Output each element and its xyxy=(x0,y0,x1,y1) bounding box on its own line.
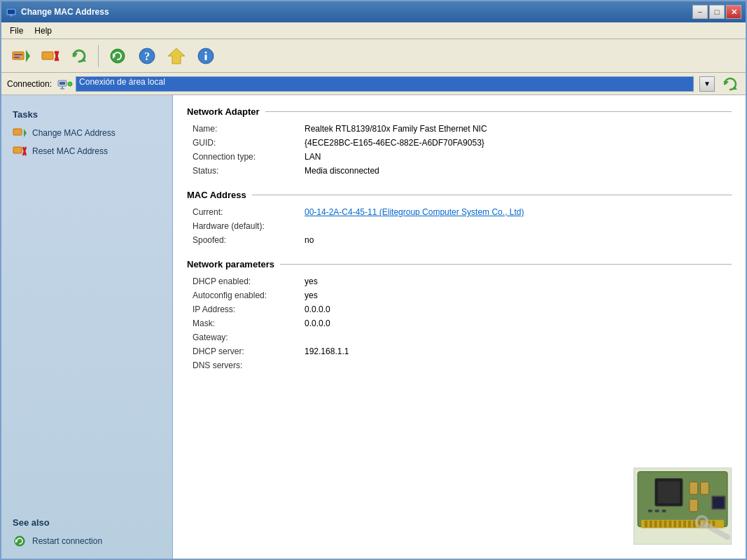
ip-address-row: IP Address: 0.0.0.0 xyxy=(187,304,732,314)
svg-rect-42 xyxy=(673,521,676,528)
toolbar-change-mac-button[interactable] xyxy=(7,43,34,69)
mac-current-label: Current: xyxy=(193,207,305,217)
gateway-row: Gateway: xyxy=(187,332,732,342)
svg-rect-45 xyxy=(688,521,691,528)
network-parameters-section: Network parameters DHCP enabled: yes Aut… xyxy=(187,259,732,370)
mac-hardware-row: Hardware (default): xyxy=(187,221,732,231)
svg-rect-29 xyxy=(13,147,22,153)
toolbar-restart-button[interactable] xyxy=(104,43,131,69)
menu-bar: File Help xyxy=(1,22,746,39)
network-parameters-header: Network parameters xyxy=(187,259,732,270)
adapter-connection-type-value: LAN xyxy=(305,152,321,162)
mac-current-value[interactable]: 00-14-2A-C4-45-11 (Elitegroup Computer S… xyxy=(305,207,524,217)
network-parameters-divider xyxy=(280,264,732,265)
svg-rect-38 xyxy=(655,521,657,528)
autoconfig-enabled-value: yes xyxy=(305,290,318,300)
sidebar-item-restart-connection[interactable]: Restart connection xyxy=(1,532,172,550)
dhcp-server-row: DHCP server: 192.168.1.1 xyxy=(187,346,732,356)
window-controls: − □ ✕ xyxy=(692,5,741,19)
svg-rect-41 xyxy=(669,521,671,528)
main-area: Tasks Change MAC Address xyxy=(1,95,746,559)
content-area: Network Adapter Name: Realtek RTL8139/81… xyxy=(173,95,746,559)
svg-rect-19 xyxy=(205,55,207,60)
restore-button[interactable]: □ xyxy=(709,5,725,19)
svg-rect-56 xyxy=(648,510,652,512)
toolbar-about-button[interactable] xyxy=(193,43,219,69)
mac-spoofed-label: Spoofed: xyxy=(193,235,305,245)
adapter-status-label: Status: xyxy=(193,166,305,176)
svg-marker-16 xyxy=(168,48,185,64)
change-mac-icon xyxy=(13,127,27,139)
connection-refresh-button[interactable] xyxy=(720,76,740,92)
dhcp-enabled-row: DHCP enabled: yes xyxy=(187,276,732,286)
connection-label: Connection: xyxy=(7,79,52,89)
menu-help[interactable]: Help xyxy=(29,24,57,37)
svg-rect-53 xyxy=(690,482,698,495)
adapter-connection-type-row: Connection type: LAN xyxy=(187,152,732,162)
toolbar-refresh-button[interactable] xyxy=(66,43,92,69)
adapter-guid-label: GUID: xyxy=(193,138,305,148)
svg-rect-43 xyxy=(678,521,681,528)
sidebar-item-reset-mac[interactable]: Reset MAC Address xyxy=(1,142,172,160)
network-parameters-title: Network parameters xyxy=(187,259,274,270)
network-adapter-divider xyxy=(265,111,732,112)
sidebar-reset-mac-label: Reset MAC Address xyxy=(32,146,108,156)
dns-servers-row: DNS servers: xyxy=(187,360,732,370)
dhcp-enabled-value: yes xyxy=(305,276,318,286)
svg-rect-52 xyxy=(658,482,680,504)
svg-rect-40 xyxy=(664,521,666,528)
mac-address-divider xyxy=(252,195,732,195)
svg-rect-58 xyxy=(662,510,666,512)
main-window: Change MAC Address − □ ✕ File Help xyxy=(0,0,747,560)
toolbar: ? xyxy=(1,39,746,73)
restart-connection-icon xyxy=(13,535,27,547)
menu-file[interactable]: File xyxy=(4,24,29,37)
toolbar-help-button[interactable]: ? xyxy=(134,43,160,69)
svg-rect-6 xyxy=(14,57,20,58)
sidebar-spacer xyxy=(1,160,172,512)
app-icon xyxy=(6,6,17,18)
network-adapter-section: Network Adapter Name: Realtek RTL8139/81… xyxy=(187,106,732,176)
network-adapter-header: Network Adapter xyxy=(187,106,732,117)
adapter-guid-row: GUID: {4ECE28BC-E165-46EC-882E-A6DF70FA9… xyxy=(187,138,732,148)
svg-rect-54 xyxy=(701,482,709,495)
svg-point-2 xyxy=(11,15,13,17)
svg-rect-36 xyxy=(645,521,648,528)
mac-spoofed-value: no xyxy=(305,235,314,245)
toolbar-reset-mac-button[interactable] xyxy=(36,43,63,69)
svg-marker-26 xyxy=(732,86,737,90)
window-title: Change MAC Address xyxy=(21,7,692,17)
adapter-status-row: Status: Media disconnected xyxy=(187,166,732,176)
adapter-status-value: Media disconnected xyxy=(305,166,379,176)
sidebar-restart-connection-label: Restart connection xyxy=(32,536,102,546)
connection-dropdown-button[interactable]: ▼ xyxy=(699,76,715,92)
tasks-section-title: Tasks xyxy=(1,104,172,124)
svg-rect-37 xyxy=(650,521,652,528)
svg-rect-22 xyxy=(62,86,63,88)
mask-label: Mask: xyxy=(193,318,305,328)
see-also-title: See also xyxy=(1,512,172,532)
adapter-name-label: Name: xyxy=(193,124,305,134)
svg-rect-7 xyxy=(42,52,53,59)
dhcp-server-value: 192.168.1.1 xyxy=(305,346,349,356)
mac-address-header: MAC Address xyxy=(187,190,732,200)
svg-rect-60 xyxy=(713,497,724,508)
autoconfig-enabled-label: Autoconfig enabled: xyxy=(193,290,305,300)
dns-servers-label: DNS servers: xyxy=(193,360,305,370)
svg-text:?: ? xyxy=(144,50,150,62)
toolbar-separator-1 xyxy=(98,45,99,67)
svg-rect-44 xyxy=(683,521,686,528)
toolbar-update-button[interactable] xyxy=(163,43,190,69)
connection-select-display[interactable]: Conexión de área local xyxy=(76,76,694,92)
mac-address-title: MAC Address xyxy=(187,190,246,200)
close-button[interactable]: ✕ xyxy=(726,5,741,19)
connection-bar: Connection: Conexión de área local ▼ xyxy=(1,73,746,95)
network-connection-icon xyxy=(57,78,73,90)
mac-current-row: Current: 00-14-2A-C4-45-11 (Elitegroup C… xyxy=(187,207,732,217)
sidebar-item-change-mac[interactable]: Change MAC Address xyxy=(1,124,172,142)
reset-mac-icon xyxy=(13,145,27,158)
minimize-button[interactable]: − xyxy=(692,5,708,19)
svg-rect-55 xyxy=(690,499,698,512)
svg-rect-57 xyxy=(655,510,659,512)
svg-rect-1 xyxy=(8,10,15,14)
